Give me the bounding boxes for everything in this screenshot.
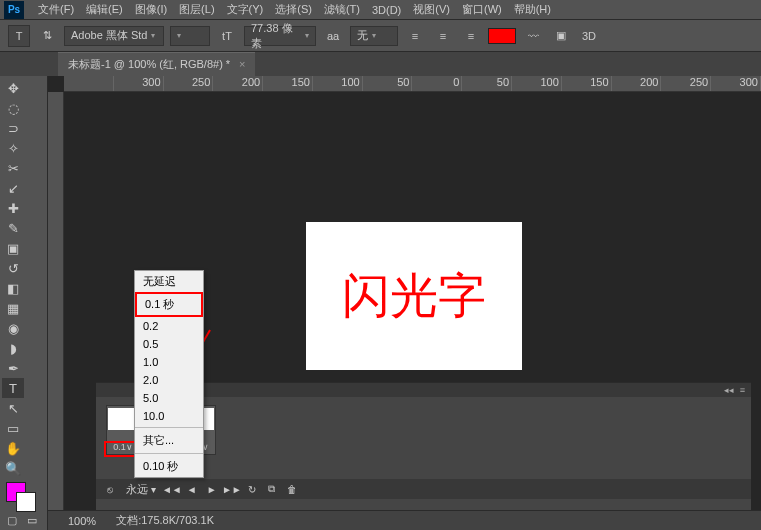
delay-option-current[interactable]: 0.10 秒 bbox=[135, 456, 203, 477]
timeline-controls: ⎋ 永远 ▾ ◄◄ ◄ ► ►► ↻ ⧉ 🗑 bbox=[96, 479, 751, 499]
font-family-dropdown[interactable]: Adobe 黑体 Std▾ bbox=[64, 26, 164, 46]
toolbox: ✥ ◌ ⊃ ✧ ✂ ↙ ✚ ✎ ▣ ↺ ◧ ▦ ◉ ◗ ✒ T ↖ ▭ ✋ 🔍 … bbox=[0, 76, 48, 530]
menu-layer[interactable]: 图层(L) bbox=[173, 2, 220, 17]
menu-image[interactable]: 图像(I) bbox=[129, 2, 173, 17]
type-size-icon: tT bbox=[216, 25, 238, 47]
menu-filter[interactable]: 滤镜(T) bbox=[318, 2, 366, 17]
text-color-swatch[interactable] bbox=[488, 28, 516, 44]
menu-separator bbox=[135, 453, 203, 454]
lasso-tool[interactable]: ⊃ bbox=[2, 118, 24, 138]
delay-option-100[interactable]: 10.0 bbox=[135, 407, 203, 425]
status-bar: 100% 文档:175.8K/703.1K bbox=[48, 510, 761, 530]
frame-delay-menu: 无延迟 0.1 秒 0.2 0.5 1.0 2.0 5.0 10.0 其它...… bbox=[134, 270, 204, 478]
marquee-tool[interactable]: ◌ bbox=[2, 98, 24, 118]
orientation-toggle[interactable]: ⇅ bbox=[36, 25, 58, 47]
delay-option-50[interactable]: 5.0 bbox=[135, 389, 203, 407]
document-tabs: 未标题-1 @ 100% (红, RGB/8#) * × bbox=[0, 52, 761, 76]
active-tool-indicator: T bbox=[8, 25, 30, 47]
screenmode-button[interactable]: ▭ bbox=[22, 512, 42, 528]
type-tool[interactable]: T bbox=[2, 378, 24, 398]
shape-tool[interactable]: ▭ bbox=[2, 418, 24, 438]
menu-type[interactable]: 文字(Y) bbox=[221, 2, 270, 17]
canvas-text-layer[interactable]: 闪光字 bbox=[342, 264, 486, 328]
antialias-dropdown[interactable]: 无▾ bbox=[350, 26, 398, 46]
workspace: ✥ ◌ ⊃ ✧ ✂ ↙ ✚ ✎ ▣ ↺ ◧ ▦ ◉ ◗ ✒ T ↖ ▭ ✋ 🔍 … bbox=[0, 76, 761, 530]
menu-edit[interactable]: 编辑(E) bbox=[80, 2, 129, 17]
menu-view[interactable]: 视图(V) bbox=[407, 2, 456, 17]
timeline-mode-icon[interactable]: ⎋ bbox=[102, 482, 118, 496]
collapse-icon[interactable]: ◂◂ bbox=[724, 385, 734, 395]
doc-info[interactable]: 文档:175.8K/703.1K bbox=[116, 513, 214, 528]
zoom-level[interactable]: 100% bbox=[68, 515, 96, 527]
delay-option-02[interactable]: 0.2 bbox=[135, 317, 203, 335]
loop-dropdown[interactable]: 永远 ▾ bbox=[122, 482, 160, 497]
magic-wand-tool[interactable]: ✧ bbox=[2, 138, 24, 158]
delete-frame-button[interactable]: 🗑 bbox=[284, 482, 300, 496]
color-picker[interactable] bbox=[2, 482, 45, 512]
char-panel-button[interactable]: ▣ bbox=[550, 25, 572, 47]
menu-help[interactable]: 帮助(H) bbox=[508, 2, 557, 17]
play-button[interactable]: ► bbox=[204, 482, 220, 496]
clone-tool[interactable]: ▣ bbox=[2, 238, 24, 258]
document-tab-title: 未标题-1 @ 100% (红, RGB/8#) * bbox=[68, 58, 230, 70]
delay-option-none[interactable]: 无延迟 bbox=[135, 271, 203, 292]
panel-menu-icon[interactable]: ≡ bbox=[740, 385, 745, 395]
vertical-ruler bbox=[48, 92, 64, 530]
align-left-button[interactable]: ≡ bbox=[404, 25, 426, 47]
horizontal-ruler: 300 250 200 150 100 50 0 50 100 150 200 … bbox=[64, 76, 761, 92]
delay-option-other[interactable]: 其它... bbox=[135, 430, 203, 451]
background-color[interactable] bbox=[16, 492, 36, 512]
crop-tool[interactable]: ✂ bbox=[2, 158, 24, 178]
dodge-tool[interactable]: ◗ bbox=[2, 338, 24, 358]
font-style-dropdown[interactable]: ▾ bbox=[170, 26, 210, 46]
duplicate-frame-button[interactable]: ⧉ bbox=[264, 482, 280, 496]
menu-window[interactable]: 窗口(W) bbox=[456, 2, 508, 17]
align-right-button[interactable]: ≡ bbox=[460, 25, 482, 47]
eraser-tool[interactable]: ◧ bbox=[2, 278, 24, 298]
quickmask-button[interactable]: ▢ bbox=[2, 512, 22, 528]
font-size-dropdown[interactable]: 77.38 像素▾ bbox=[244, 26, 316, 46]
document-tab[interactable]: 未标题-1 @ 100% (红, RGB/8#) * × bbox=[58, 52, 255, 76]
blur-tool[interactable]: ◉ bbox=[2, 318, 24, 338]
menu-file[interactable]: 文件(F) bbox=[32, 2, 80, 17]
move-tool[interactable]: ✥ bbox=[2, 78, 24, 98]
delay-option-01[interactable]: 0.1 秒 bbox=[135, 292, 203, 317]
prev-frame-button[interactable]: ◄ bbox=[184, 482, 200, 496]
hand-tool[interactable]: ✋ bbox=[2, 438, 24, 458]
pen-tool[interactable]: ✒ bbox=[2, 358, 24, 378]
zoom-tool[interactable]: 🔍 bbox=[2, 458, 24, 478]
menu-3d[interactable]: 3D(D) bbox=[366, 4, 407, 16]
brush-tool[interactable]: ✎ bbox=[2, 218, 24, 238]
next-frame-button[interactable]: ►► bbox=[224, 482, 240, 496]
menu-select[interactable]: 选择(S) bbox=[269, 2, 318, 17]
eyedropper-tool[interactable]: ↙ bbox=[2, 178, 24, 198]
history-brush-tool[interactable]: ↺ bbox=[2, 258, 24, 278]
menu-separator bbox=[135, 427, 203, 428]
document-canvas[interactable]: 闪光字 bbox=[306, 222, 522, 370]
3d-button[interactable]: 3D bbox=[578, 25, 600, 47]
aa-label: aa bbox=[322, 25, 344, 47]
app-logo: Ps bbox=[4, 1, 24, 19]
delay-option-20[interactable]: 2.0 bbox=[135, 371, 203, 389]
options-bar: T ⇅ Adobe 黑体 Std▾ ▾ tT 77.38 像素▾ aa 无▾ ≡… bbox=[0, 20, 761, 52]
align-center-button[interactable]: ≡ bbox=[432, 25, 454, 47]
delay-option-10[interactable]: 1.0 bbox=[135, 353, 203, 371]
first-frame-button[interactable]: ◄◄ bbox=[164, 482, 180, 496]
tween-button[interactable]: ↻ bbox=[244, 482, 260, 496]
gradient-tool[interactable]: ▦ bbox=[2, 298, 24, 318]
warp-text-button[interactable]: 〰 bbox=[522, 25, 544, 47]
menubar: Ps 文件(F) 编辑(E) 图像(I) 图层(L) 文字(Y) 选择(S) 滤… bbox=[0, 0, 761, 20]
close-tab-button[interactable]: × bbox=[239, 58, 245, 70]
delay-option-05[interactable]: 0.5 bbox=[135, 335, 203, 353]
path-tool[interactable]: ↖ bbox=[2, 398, 24, 418]
healing-tool[interactable]: ✚ bbox=[2, 198, 24, 218]
